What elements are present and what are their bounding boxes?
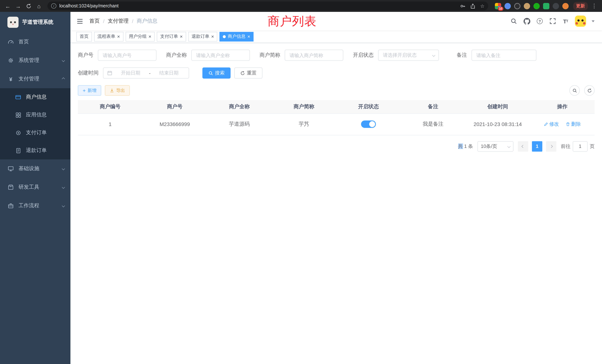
status-toggle[interactable] — [361, 120, 376, 128]
sidebar-item-merchant-info[interactable]: 商户信息 — [0, 88, 70, 106]
breadcrumb-home[interactable]: 首页 — [89, 18, 100, 24]
prev-page-button[interactable] — [518, 141, 528, 151]
jump-suffix: 页 — [590, 143, 595, 150]
download-icon — [110, 88, 114, 93]
edit-link[interactable]: 修改 — [544, 121, 559, 128]
site-info-icon[interactable]: i — [51, 3, 56, 9]
breadcrumb-payment[interactable]: 支付管理 — [108, 18, 129, 24]
close-icon[interactable]: × — [180, 34, 183, 39]
short-name-label: 商户简称 — [259, 52, 280, 59]
monitor-icon — [7, 166, 14, 172]
grid-icon — [15, 112, 22, 118]
breadcrumb-separator: / — [103, 18, 105, 24]
tab-home[interactable]: 首页 — [76, 32, 92, 41]
profile-avatar-icon[interactable] — [562, 3, 569, 9]
extension-icon[interactable]: 10 — [495, 3, 501, 9]
close-icon[interactable]: × — [149, 34, 151, 39]
page-size-select[interactable]: 10条/页 — [477, 141, 513, 151]
home-button[interactable]: ⌂ — [34, 1, 44, 11]
merchant-no-input[interactable] — [98, 50, 156, 61]
add-button-label: 新增 — [87, 87, 96, 94]
extension-icon[interactable] — [553, 3, 559, 9]
remark-input[interactable] — [472, 50, 536, 61]
delete-link[interactable]: 删除 — [566, 121, 581, 128]
search-icon[interactable] — [510, 17, 517, 25]
search-button[interactable]: 搜索 — [202, 67, 231, 79]
create-time-label: 创建时间 — [78, 70, 99, 76]
font-size-glyph: T — [566, 19, 568, 23]
sidebar-toggle-button[interactable] — [76, 18, 83, 25]
browser-update-button[interactable]: 更新 — [573, 2, 588, 10]
sidebar-item-dev-tools[interactable]: 研发工具 — [0, 178, 70, 196]
tab-pay-orders[interactable]: 支付订单× — [157, 32, 186, 41]
sidebar-item-pay-orders[interactable]: 支付订单 — [0, 124, 70, 142]
user-avatar[interactable] — [575, 16, 586, 27]
tab-process-form[interactable]: 流程表单× — [94, 32, 123, 41]
back-button[interactable]: ← — [3, 1, 13, 11]
info-glyph: i — [53, 4, 54, 8]
jump-page-input[interactable] — [573, 141, 588, 151]
cell-short-name: 芋艿 — [272, 113, 336, 135]
sidebar: 芋道管理系统 首页 系统管理 ¥ 支付管理 商户信息 — [0, 12, 70, 364]
trash-icon — [566, 122, 570, 126]
user-menu-caret-icon[interactable] — [592, 20, 595, 22]
next-page-button[interactable] — [546, 141, 556, 151]
tab-user-group[interactable]: 用户分组× — [126, 32, 155, 41]
help-icon[interactable]: ? — [536, 17, 543, 25]
app-logo[interactable]: 芋道管理系统 — [0, 12, 70, 33]
reset-button[interactable]: 重置 — [234, 67, 262, 79]
chevron-up-icon — [62, 77, 65, 81]
refresh-icon — [240, 71, 245, 75]
close-icon[interactable]: × — [117, 34, 120, 39]
sidebar-item-label: 退款订单 — [26, 147, 47, 154]
sidebar-item-app-info[interactable]: 应用信息 — [0, 106, 70, 124]
date-range-picker[interactable]: 开始日期 - 结束日期 — [103, 67, 189, 79]
sidebar-item-system[interactable]: 系统管理 — [0, 51, 70, 70]
export-button[interactable]: 导出 — [105, 85, 130, 96]
toggle-search-button[interactable] — [569, 85, 580, 96]
full-name-input[interactable] — [191, 50, 250, 61]
payment-submenu: 商户信息 应用信息 支付订单 退款订单 — [0, 88, 70, 159]
extension-icon[interactable] — [524, 3, 530, 9]
reload-button[interactable] — [24, 1, 33, 11]
extension-icon[interactable] — [505, 3, 511, 9]
total-prefix: 共 — [458, 143, 463, 149]
extension-icon[interactable] — [543, 3, 549, 9]
page-number-button[interactable]: 1 — [532, 141, 542, 151]
url-bar[interactable]: i localhost:1024/pay/merchant ☆ — [47, 1, 488, 10]
close-icon[interactable]: × — [211, 34, 214, 39]
sidebar-item-refund-orders[interactable]: 退款订单 — [0, 142, 70, 159]
tab-refund-orders[interactable]: 退款订单× — [188, 32, 217, 41]
forward-button[interactable]: → — [13, 1, 23, 11]
remark-label: 备注 — [457, 52, 467, 59]
password-key-icon[interactable] — [460, 3, 466, 9]
browser-menu-icon[interactable]: ⋮ — [589, 1, 599, 11]
total-count: 1 — [464, 143, 467, 149]
search-icon — [572, 88, 577, 93]
column-header: 商户简称 — [272, 100, 336, 113]
extension-icon[interactable] — [514, 3, 520, 9]
end-date-placeholder[interactable]: 结束日期 — [153, 70, 185, 76]
refresh-table-button[interactable] — [584, 85, 595, 96]
back-icon: ← — [5, 3, 11, 9]
sidebar-item-infrastructure[interactable]: 基础设施 — [0, 159, 70, 178]
sidebar-item-workflow[interactable]: 工作流程 — [0, 196, 70, 215]
search-button-label: 搜索 — [215, 70, 225, 76]
sidebar-item-payment[interactable]: ¥ 支付管理 — [0, 70, 70, 88]
tab-merchant-info[interactable]: 商户信息× — [220, 32, 254, 41]
bookmark-star-icon[interactable]: ☆ — [480, 3, 484, 9]
github-icon[interactable] — [523, 17, 530, 25]
start-date-placeholder[interactable]: 开始日期 — [115, 70, 147, 76]
add-button[interactable]: + 新增 — [78, 85, 101, 96]
status-select[interactable]: 请选择开启状态 — [378, 50, 439, 61]
extension-icon[interactable] — [533, 3, 540, 9]
short-name-input[interactable] — [285, 50, 343, 61]
sidebar-item-home[interactable]: 首页 — [0, 33, 70, 51]
full-name-label: 商户全称 — [166, 52, 187, 59]
fullscreen-icon[interactable] — [549, 17, 556, 25]
share-icon[interactable] — [470, 3, 476, 9]
toggle-knob — [369, 121, 375, 127]
close-icon[interactable]: × — [247, 34, 250, 39]
sidebar-item-label: 支付订单 — [26, 129, 47, 136]
font-size-icon[interactable]: TT — [562, 17, 569, 25]
